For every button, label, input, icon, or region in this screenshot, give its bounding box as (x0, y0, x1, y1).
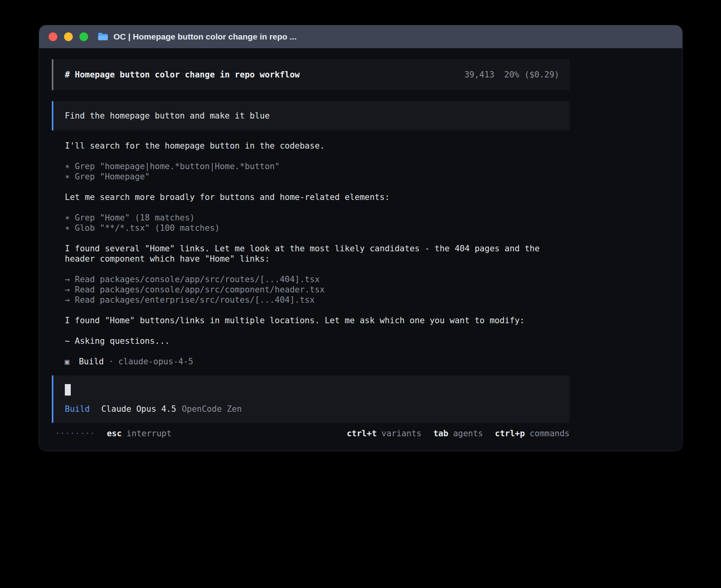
folder-icon (98, 32, 108, 41)
shortcut-variants[interactable]: ctrl+tvariants (347, 429, 421, 438)
tool-call-line: ∗ Grep "Homepage" (65, 172, 570, 182)
agent-model: claude-opus-4-5 (118, 357, 193, 366)
assistant-text-line: header component which have "Home" links… (65, 254, 570, 264)
shortcut-agents[interactable]: tabagents (433, 429, 483, 438)
user-message: Find the homepage button and make it blu… (52, 101, 570, 130)
assistant-text-line: Let me search more broadly for buttons a… (65, 192, 570, 202)
tool-call-line: ∗ Glob "**/*.tsx" (100 matches) (65, 223, 570, 233)
tool-call-line: ∗ Grep "homepage|home.*button|Home.*butt… (65, 161, 570, 172)
shortcut-key: tab (433, 429, 448, 438)
assistant-text-line: I found "Home" buttons/links in multiple… (65, 315, 570, 326)
session-column: # Homepage button color change in repo w… (52, 59, 570, 439)
terminal-window: OC | Homepage button color change in rep… (39, 25, 682, 451)
assistant-transcript: I'll search for the homepage button in t… (52, 141, 570, 346)
prompt-meta: Build Claude Opus 4.5 OpenCode Zen (65, 404, 242, 414)
esc-key[interactable]: esc (107, 429, 122, 438)
shortcut-label: commands (530, 429, 570, 438)
statusbar-left: ········ esc interrupt (52, 429, 172, 438)
blank-line (65, 305, 570, 315)
blank-line (65, 264, 570, 274)
tool-call-line: → Read packages/enterprise/src/routes/[.… (65, 295, 570, 305)
separator-dot-icon: · (109, 357, 114, 366)
assistant-text-line: I found several "Home" links. Let me loo… (65, 243, 570, 254)
session-header: # Homepage button color change in repo w… (52, 59, 570, 90)
tool-call-line: → Read packages/console/app/src/routes/[… (65, 274, 570, 285)
token-count: 39,413 (464, 70, 495, 79)
window-title: OC | Homepage button color change in rep… (113, 32, 296, 41)
blank-line (65, 233, 570, 243)
session-meta: 39,413 20% ($0.29) (464, 70, 559, 79)
agent-status-row: ▣ Build · claude-opus-4-5 (52, 356, 570, 367)
shortcut-key: ctrl+t (347, 429, 377, 438)
prompt-input[interactable]: Build Claude Opus 4.5 OpenCode Zen (52, 375, 570, 423)
tool-call-line: → Read packages/console/app/src/componen… (65, 285, 570, 295)
traffic-lights (49, 32, 88, 41)
session-title: # Homepage button color change in repo w… (65, 70, 300, 79)
shortcut-label: agents (453, 429, 483, 438)
blank-line (65, 151, 570, 161)
close-button[interactable] (49, 32, 57, 41)
shortcut-commands[interactable]: ctrl+pcommands (495, 429, 570, 438)
shortcut-label: variants (381, 429, 421, 438)
context-percent: 20% (504, 70, 519, 79)
esc-label: interrupt (126, 429, 172, 438)
prompt-agent-badge[interactable]: Build (65, 404, 90, 414)
user-message-text: Find the homepage button and make it blu… (65, 111, 270, 121)
prompt-model-label[interactable]: Claude Opus 4.5 (101, 404, 176, 414)
task-icon: ▣ (65, 358, 69, 366)
prompt-provider-label: OpenCode Zen (182, 404, 242, 414)
text-cursor-icon (65, 384, 71, 396)
spinner-dots-icon: ········ (55, 429, 95, 438)
blank-line (65, 326, 570, 336)
minimize-button[interactable] (64, 32, 73, 41)
terminal-content: # Homepage button color change in repo w… (39, 48, 682, 451)
blank-line (65, 182, 570, 192)
window-titlebar[interactable]: OC | Homepage button color change in rep… (39, 25, 682, 48)
statusbar: ········ esc interrupt ctrl+tvariantstab… (52, 428, 570, 439)
assistant-text-line: I'll search for the homepage button in t… (65, 141, 570, 151)
session-cost: ($0.29) (524, 70, 559, 79)
assistant-text-line: ~ Asking questions... (65, 336, 570, 346)
blank-line (65, 202, 570, 213)
statusbar-shortcuts: ctrl+tvariantstabagentsctrl+pcommands (347, 429, 570, 438)
zoom-button[interactable] (79, 32, 88, 41)
agent-name: Build (79, 357, 104, 366)
shortcut-key: ctrl+p (495, 429, 525, 438)
tool-call-line: ∗ Grep "Home" (18 matches) (65, 213, 570, 223)
